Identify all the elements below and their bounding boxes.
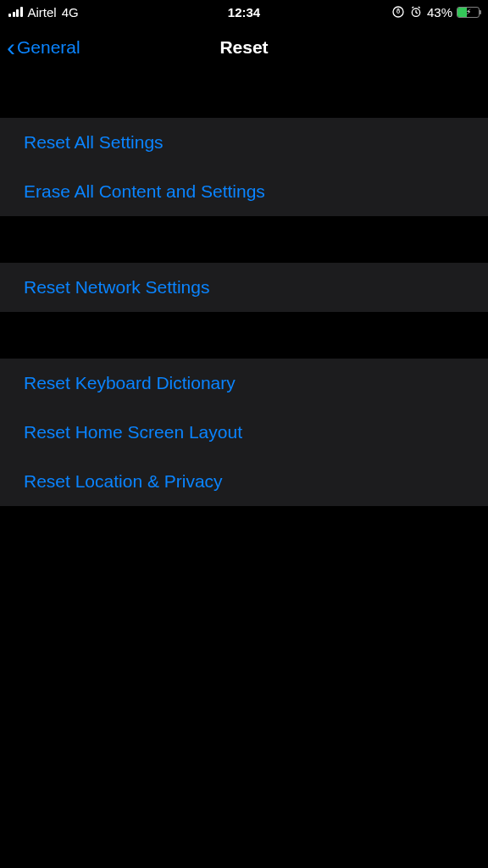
alarm-icon: [409, 5, 423, 19]
carrier-label: Airtel: [28, 5, 57, 19]
row-label: Reset Network Settings: [24, 277, 209, 297]
status-bar: Airtel 4G 12:34 43% ⚡︎: [0, 0, 488, 24]
reset-all-settings-row[interactable]: Reset All Settings: [0, 118, 488, 167]
network-label: 4G: [62, 5, 79, 19]
group-separator: [0, 312, 488, 359]
back-label: General: [17, 37, 80, 58]
row-label: Reset All Settings: [24, 132, 164, 152]
status-right: 43% ⚡︎: [391, 5, 480, 19]
content: Reset All Settings Erase All Content and…: [0, 71, 488, 506]
reset-home-screen-layout-row[interactable]: Reset Home Screen Layout: [0, 408, 488, 457]
erase-all-content-row[interactable]: Erase All Content and Settings: [0, 167, 488, 216]
svg-rect-1: [397, 10, 400, 13]
row-label: Erase All Content and Settings: [24, 181, 265, 201]
rotation-lock-icon: [391, 5, 405, 19]
battery-icon: ⚡︎: [457, 7, 480, 18]
nav-bar: ‹ General Reset: [0, 24, 488, 71]
reset-keyboard-dictionary-row[interactable]: Reset Keyboard Dictionary: [0, 359, 488, 408]
reset-network-settings-row[interactable]: Reset Network Settings: [0, 263, 488, 312]
group-separator: [0, 71, 488, 118]
signal-icon: [8, 7, 23, 17]
group-separator: [0, 216, 488, 263]
back-button[interactable]: ‹ General: [7, 35, 80, 60]
row-label: Reset Keyboard Dictionary: [24, 373, 236, 392]
page-title: Reset: [219, 37, 268, 58]
chevron-left-icon: ‹: [7, 35, 15, 60]
status-time: 12:34: [228, 5, 260, 19]
row-label: Reset Home Screen Layout: [24, 422, 242, 442]
battery-percent: 43%: [427, 5, 452, 19]
row-label: Reset Location & Privacy: [24, 471, 223, 491]
status-left: Airtel 4G: [8, 5, 79, 19]
reset-location-privacy-row[interactable]: Reset Location & Privacy: [0, 457, 488, 506]
